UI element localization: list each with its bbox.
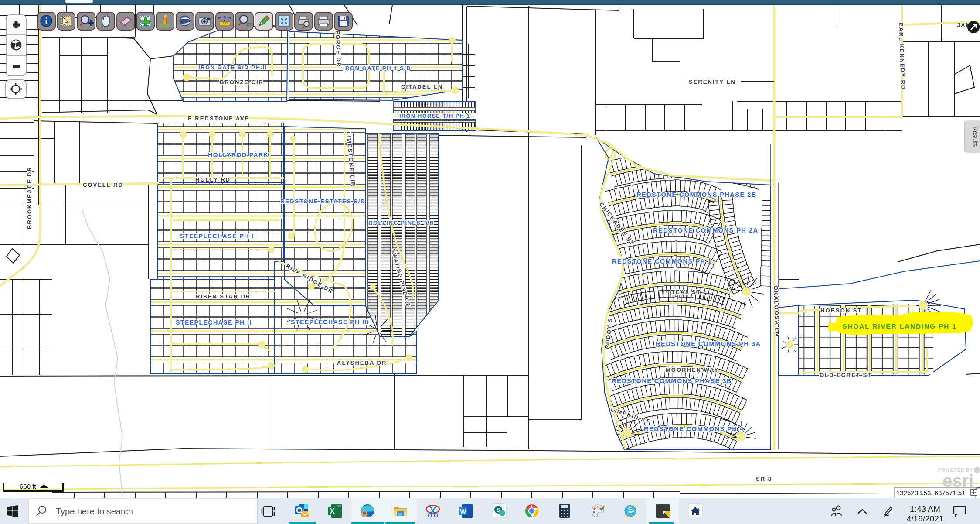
svg-text:REDSTONE COMMONS PHASE 2B: REDSTONE COMMONS PHASE 2B (636, 191, 757, 198)
svg-text:REDSTONE ESTATES S/D: REDSTONE ESTATES S/D (280, 198, 365, 205)
svg-text:X: X (330, 507, 335, 515)
svg-text:STEEPLECHASE PH III: STEEPLECHASE PH III (291, 319, 369, 325)
svg-text:SERENITY LN: SERENITY LN (689, 79, 736, 85)
svg-text:IRON GATE S/D PH.II: IRON GATE S/D PH.II (198, 64, 267, 71)
svg-text:SHOAL RIVER LANDING PH 1: SHOAL RIVER LANDING PH 1 (842, 322, 957, 330)
svg-text:HOBSON ST: HOBSON ST (820, 307, 862, 314)
svg-text:REDSTONE COMMONS PH 1: REDSTONE COMMONS PH 1 (612, 258, 712, 265)
svg-text:BROOKMEADE DR: BROOKMEADE DR (26, 166, 33, 229)
svg-text:ROLLING PINES T/H: ROLLING PINES T/H (368, 219, 434, 226)
svg-text:E REDSTONE AVE: E REDSTONE AVE (188, 115, 249, 122)
svg-text:Type here to search: Type here to search (56, 507, 133, 516)
svg-text:MOORHEN WAY: MOORHEN WAY (666, 366, 719, 373)
svg-text:IRON HORSE T/H PH 1: IRON HORSE T/H PH 1 (399, 113, 470, 119)
svg-text:OLD EGRET ST: OLD EGRET ST (820, 372, 872, 378)
svg-text:FORGE DR: FORGE DR (334, 31, 342, 68)
svg-text:REDSTONE COMMONS PHASE 3B: REDSTONE COMMONS PHASE 3B (612, 377, 732, 384)
svg-text:IRON GATE PH 1 S/D: IRON GATE PH 1 S/D (343, 65, 411, 72)
svg-text:BRONZE CIR: BRONZE CIR (220, 79, 264, 86)
svg-text:1325238.53, 637571.51: 1325238.53, 637571.51 (896, 489, 966, 497)
svg-text:W: W (460, 507, 466, 515)
svg-text:ALYSHEBA DR: ALYSHEBA DR (337, 360, 387, 366)
svg-text:STEEPLECHASE PH II: STEEPLECHASE PH II (176, 319, 252, 326)
svg-text:i: i (45, 16, 48, 26)
svg-text:XY: XY (246, 22, 252, 27)
svg-text:1:43 AM: 1:43 AM (910, 504, 940, 514)
svg-text:CITADEL LN: CITADEL LN (401, 83, 443, 90)
svg-text:HOLLY RD: HOLLY RD (195, 176, 231, 183)
svg-text:STEEPLECHASE PH I: STEEPLECHASE PH I (180, 233, 254, 240)
svg-text:COVELL RD: COVELL RD (83, 182, 123, 188)
svg-text:REDSTONE COMMONS PH 2A: REDSTONE COMMONS PH 2A (653, 227, 758, 234)
svg-text:SR 8: SR 8 (756, 476, 772, 482)
svg-text:TEAL ST: TEAL ST (671, 289, 701, 295)
svg-text:?: ? (223, 15, 227, 22)
svg-text:4/19/2021: 4/19/2021 (907, 514, 944, 523)
svg-text:Results: Results (972, 127, 979, 147)
svg-text:RISEN STAR DR: RISEN STAR DR (196, 293, 251, 300)
svg-text:660 ft: 660 ft (20, 483, 36, 490)
svg-text:REDSTONE COMMONS PH 3A: REDSTONE COMMONS PH 3A (656, 340, 761, 347)
svg-text:REDSTONE COMMONS PH 4: REDSTONE COMMONS PH 4 (644, 425, 744, 432)
svg-text:S: S (497, 507, 500, 513)
svg-text:HOLLYROD PARK: HOLLYROD PARK (208, 151, 269, 158)
